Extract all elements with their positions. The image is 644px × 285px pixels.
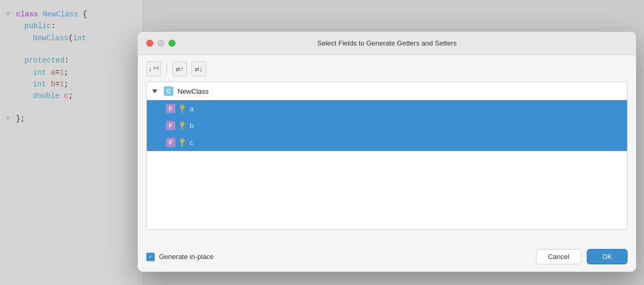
toolbar-row: ↓ᵃᵡ ⇄↑ ⇄↓ (146, 61, 628, 76)
window-buttons (146, 40, 175, 47)
dialog-footer: Generate in-place Cancel OK (138, 244, 636, 272)
align-bottom-button[interactable]: ⇄↓ (191, 61, 206, 76)
cancel-button[interactable]: Cancel (536, 249, 581, 264)
collapse-icon[interactable] (152, 90, 157, 93)
sort-button[interactable]: ↓ᵃᵡ (146, 61, 161, 76)
class-badge: C (164, 86, 173, 96)
align-bottom-icon: ⇄↓ (195, 65, 203, 74)
generate-inplace-checkbox[interactable] (146, 253, 155, 261)
dialog-title: Select Fields to Generate Getters and Se… (317, 39, 456, 47)
align-top-icon: ⇄↑ (176, 65, 184, 74)
list-item[interactable]: F 🔑 c (147, 134, 627, 151)
class-name: NewClass (178, 87, 209, 95)
checkbox-area: Generate in-place (146, 253, 536, 261)
key-icon-b: 🔑 (177, 120, 188, 131)
sort-icon: ↓ᵃᵡ (148, 65, 160, 73)
key-icon-c: 🔑 (177, 137, 188, 148)
field-badge-c: F (166, 138, 175, 147)
field-badge-b: F (166, 121, 175, 130)
toolbar-divider (166, 64, 167, 74)
dialog-body: ↓ᵃᵡ ⇄↑ ⇄↓ C NewClass F 🔑 a (138, 55, 636, 244)
ok-button[interactable]: OK (587, 249, 628, 264)
field-label-a: a (190, 105, 193, 113)
list-item[interactable]: F 🔑 b (147, 117, 627, 134)
footer-buttons: Cancel OK (536, 249, 628, 264)
field-label-c: c (190, 139, 193, 147)
generate-inplace-label: Generate in-place (159, 253, 214, 261)
field-badge-a: F (166, 104, 175, 113)
key-icon-a: 🔑 (177, 103, 188, 114)
maximize-button[interactable] (169, 40, 175, 47)
tree-class-header: C NewClass (147, 82, 627, 100)
tree-area: C NewClass F 🔑 a F 🔑 b F 🔑 c (146, 82, 628, 230)
list-item[interactable]: F 🔑 a (147, 100, 627, 117)
close-button[interactable] (146, 40, 153, 47)
dialog: Select Fields to Generate Getters and Se… (138, 32, 636, 272)
align-top-button[interactable]: ⇄↑ (172, 61, 187, 76)
minimize-button[interactable] (157, 40, 164, 47)
field-label-b: b (190, 122, 193, 130)
dialog-titlebar: Select Fields to Generate Getters and Se… (138, 32, 636, 55)
